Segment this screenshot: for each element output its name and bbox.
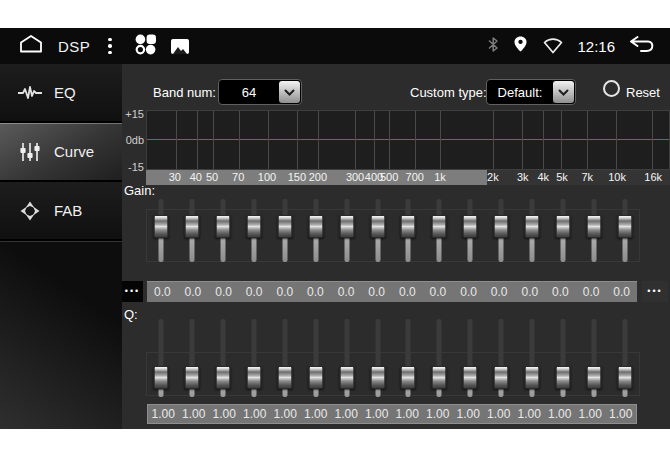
gain-band-slider[interactable]	[486, 197, 517, 264]
app-title: DSP	[58, 38, 90, 55]
q-band-slider[interactable]	[547, 317, 578, 399]
slider-thumb[interactable]	[339, 215, 354, 238]
slider-thumb[interactable]	[463, 366, 478, 389]
freq-gridline	[616, 111, 617, 169]
gain-band-value: 0.0	[239, 285, 270, 299]
slider-thumb[interactable]	[463, 215, 478, 238]
home-icon[interactable]	[18, 34, 44, 58]
gain-band-slider[interactable]	[177, 197, 208, 264]
slider-thumb[interactable]	[154, 215, 169, 238]
slider-thumb[interactable]	[524, 215, 539, 238]
back-arrow-icon[interactable]	[627, 35, 656, 58]
gain-more-left-button[interactable]: •••	[122, 281, 143, 302]
q-band-slider[interactable]	[239, 317, 270, 399]
slider-thumb[interactable]	[339, 366, 354, 389]
q-band-slider[interactable]	[331, 317, 362, 399]
q-band-slider[interactable]	[208, 317, 239, 399]
slider-thumb[interactable]	[185, 215, 200, 238]
gain-band-slider[interactable]	[239, 197, 270, 264]
chevron-down-icon[interactable]	[553, 81, 574, 103]
freq-tick-label: 500	[380, 171, 398, 183]
slider-thumb[interactable]	[308, 215, 323, 238]
q-band-slider[interactable]	[270, 317, 301, 399]
gain-band-slider[interactable]	[517, 197, 548, 264]
eq-plot	[146, 110, 670, 170]
gain-band-slider[interactable]	[455, 197, 486, 264]
slider-thumb[interactable]	[617, 366, 632, 389]
gain-band-slider[interactable]	[331, 197, 362, 264]
gain-band-value: 0.0	[545, 285, 576, 299]
q-band-slider[interactable]	[455, 317, 486, 399]
reset-radio[interactable]	[603, 80, 620, 97]
slider-thumb[interactable]	[154, 366, 169, 389]
gain-band-slider[interactable]	[393, 197, 424, 264]
location-pin-icon	[512, 35, 529, 57]
q-band-value: 1.00	[606, 407, 637, 421]
freq-tick-label: 7k	[581, 171, 593, 183]
slider-thumb[interactable]	[216, 366, 231, 389]
slider-thumb[interactable]	[185, 366, 200, 389]
q-band-slider[interactable]	[578, 317, 609, 399]
gain-band-value: 0.0	[361, 285, 392, 299]
slider-thumb[interactable]	[370, 366, 385, 389]
slider-thumb[interactable]	[247, 366, 262, 389]
gallery-icon[interactable]	[171, 39, 189, 54]
slider-thumb[interactable]	[308, 366, 323, 389]
sidebar-item-fab[interactable]: FAB	[0, 182, 122, 241]
q-band-slider[interactable]	[517, 317, 548, 399]
q-band-slider[interactable]	[609, 317, 640, 399]
sidebar-item-curve[interactable]: Curve	[0, 123, 122, 182]
more-vert-icon[interactable]	[106, 36, 114, 57]
gain-band-value: 0.0	[515, 285, 546, 299]
slider-thumb[interactable]	[586, 215, 601, 238]
mixer-sliders-icon	[17, 141, 43, 163]
slider-thumb[interactable]	[401, 215, 416, 238]
gain-band-slider[interactable]	[270, 197, 301, 264]
q-band-slider[interactable]	[362, 317, 393, 399]
slider-thumb[interactable]	[432, 215, 447, 238]
slider-thumb[interactable]	[277, 215, 292, 238]
q-band-slider[interactable]	[393, 317, 424, 399]
dsp-screen: DSP 12:16	[0, 0, 670, 453]
gain-band-slider[interactable]	[578, 197, 609, 264]
q-band-slider[interactable]	[424, 317, 455, 399]
slider-thumb[interactable]	[494, 215, 509, 238]
sidebar-item-label: FAB	[54, 202, 82, 219]
slider-thumb[interactable]	[432, 366, 447, 389]
sidebar-item-eq[interactable]: EQ	[0, 64, 122, 123]
q-band-value: 1.00	[331, 407, 362, 421]
q-band-slider[interactable]	[177, 317, 208, 399]
custom-type-value: Default:	[487, 80, 553, 104]
gain-band-slider[interactable]	[300, 197, 331, 264]
custom-type-dropdown[interactable]: Default:	[486, 79, 576, 105]
slider-thumb[interactable]	[555, 366, 570, 389]
freq-tick-label: 1k	[434, 171, 446, 183]
slider-thumb[interactable]	[494, 366, 509, 389]
gain-band-slider[interactable]	[609, 197, 640, 264]
slider-thumb[interactable]	[617, 215, 632, 238]
slider-thumb[interactable]	[216, 215, 231, 238]
gain-more-right-button[interactable]: •••	[642, 281, 668, 302]
slider-thumb[interactable]	[524, 366, 539, 389]
slider-thumb[interactable]	[370, 215, 385, 238]
freq-gridline	[493, 111, 494, 169]
y-axis-max-label: +15	[122, 108, 144, 120]
apps-clover-icon[interactable]	[134, 33, 157, 60]
gain-band-slider[interactable]	[547, 197, 578, 264]
slider-thumb[interactable]	[277, 366, 292, 389]
freq-gridline	[415, 111, 416, 169]
slider-thumb[interactable]	[586, 366, 601, 389]
gain-band-slider[interactable]	[146, 197, 177, 264]
gain-band-slider[interactable]	[208, 197, 239, 264]
q-band-slider[interactable]	[146, 317, 177, 399]
band-num-dropdown[interactable]: 64	[218, 79, 302, 105]
slider-thumb[interactable]	[401, 366, 416, 389]
q-band-slider[interactable]	[300, 317, 331, 399]
q-band-slider[interactable]	[486, 317, 517, 399]
chevron-down-icon[interactable]	[279, 81, 300, 103]
q-values-bar: 1.001.001.001.001.001.001.001.001.001.00…	[147, 404, 637, 424]
gain-band-slider[interactable]	[424, 197, 455, 264]
slider-thumb[interactable]	[247, 215, 262, 238]
gain-band-slider[interactable]	[362, 197, 393, 264]
slider-thumb[interactable]	[555, 215, 570, 238]
